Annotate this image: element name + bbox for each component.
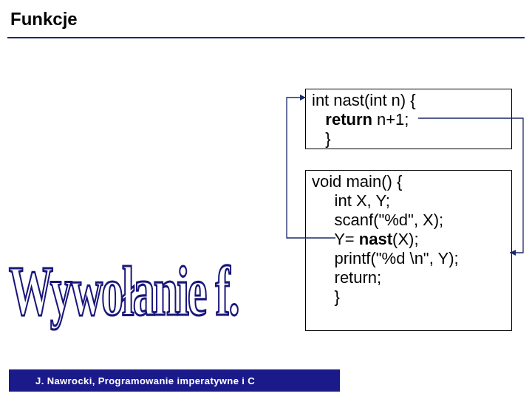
code-line: scanf("%d", X);	[312, 211, 443, 229]
code-text: Y=	[312, 230, 359, 248]
code-box-nast: int nast(int n) { return n+1; }	[305, 89, 512, 149]
slide-title: Funkcje	[10, 9, 532, 30]
keyword-return: return	[325, 110, 372, 129]
title-underline	[7, 37, 525, 38]
footer-text: J. Nawrocki, Programowanie imperatywne i…	[35, 375, 255, 386]
keyword-nast: nast	[359, 230, 392, 248]
code-line: void main() {	[312, 172, 402, 191]
code-text: (X);	[392, 230, 418, 248]
code-line: }	[312, 287, 340, 306]
footer-bar: J. Nawrocki, Programowanie imperatywne i…	[9, 369, 340, 392]
code-text: n+1;	[372, 110, 409, 129]
code-line: int X, Y;	[312, 191, 390, 210]
code-box-main: void main() { int X, Y; scanf("%d", X); …	[305, 170, 512, 331]
code-line: }	[312, 129, 331, 148]
slide-header: Funkcje	[0, 0, 532, 33]
code-line: return;	[312, 268, 381, 287]
code-line: printf("%d \n", Y);	[312, 249, 459, 267]
wordart-wywolanie: Wywołanie f.	[9, 250, 238, 332]
code-line: int nast(int n) {	[312, 91, 416, 109]
